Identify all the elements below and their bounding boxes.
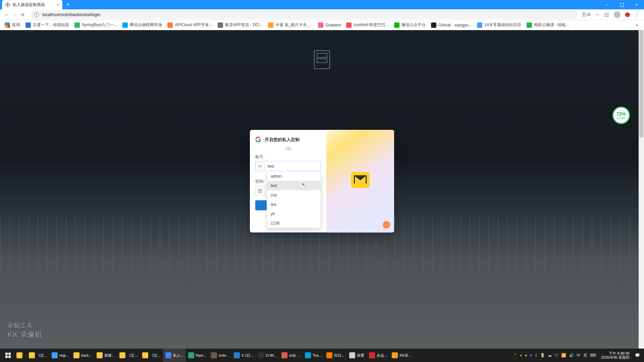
volume-icon[interactable]: 🔊 — [569, 353, 574, 358]
bookmark-label: 14天零基础玩转日语 — [484, 22, 521, 28]
url-field[interactable]: localhost/srdz/backendui/login — [30, 10, 578, 19]
bookmark-item[interactable]: 电影公嗨课 - 拍电... — [525, 22, 571, 28]
taskbar: 《定...regi...back...新建...《定...《定...私人...N… — [0, 349, 644, 362]
close-window-button[interactable]: ✕ — [629, 0, 644, 9]
bookmark-item[interactable]: Iconfont-阿里巴巴... — [344, 22, 391, 28]
chrome-menu-icon[interactable]: ⋮ — [635, 12, 639, 17]
battery-icon[interactable]: 🔋 — [540, 353, 545, 358]
password-key-icon[interactable]: ⚿ — [604, 12, 609, 17]
taskbar-item[interactable]: 《定... — [26, 349, 49, 362]
taskbar-item[interactable] — [14, 349, 26, 362]
performance-badge[interactable]: 72% ↓22.6K/s — [612, 107, 630, 124]
taskbar-item[interactable]: 《定... — [140, 349, 163, 362]
globe-icon — [5, 2, 10, 7]
tray-icon[interactable]: ● — [525, 353, 527, 358]
taskbar-item[interactable]: 设置 — [347, 349, 367, 362]
keyboard-icon[interactable]: ⌨ — [590, 353, 596, 358]
bookmark-item[interactable]: 14天零基础玩转日语 — [475, 22, 523, 28]
bookmarks-overflow-icon[interactable]: » — [636, 23, 641, 27]
bookmark-favicon — [74, 22, 80, 28]
scrollbar-thumb[interactable] — [639, 30, 643, 137]
autocomplete-option[interactable]: test↖ — [267, 181, 321, 190]
forward-button[interactable]: → — [11, 12, 19, 17]
bookmark-item[interactable]: SpringBoot入门一... — [72, 22, 119, 28]
taskbar-item[interactable]: regi... — [49, 349, 71, 362]
bookmark-item[interactable]: 卡通 鼠_图片大全_... — [266, 22, 315, 28]
autocomplete-option[interactable]: tea — [267, 200, 321, 209]
start-button[interactable] — [2, 353, 14, 358]
taskbar-app-icon — [52, 352, 58, 358]
bookmark-label: GitHub - xiangyu... — [438, 23, 472, 27]
bookmark-item[interactable]: 微信公众平台 — [392, 22, 428, 28]
bookmark-favicon — [218, 22, 223, 28]
bookmark-item[interactable]: APICloud APP开发... — [165, 22, 214, 28]
tray-icon[interactable]: ⌃ — [514, 353, 517, 358]
ime-icon[interactable]: 中 — [577, 353, 581, 358]
tray-icon[interactable]: ● — [520, 353, 522, 358]
taskbar-item[interactable]: 5.1日... — [231, 349, 256, 362]
google-icon — [255, 137, 261, 143]
proceed-button[interactable]: → — [383, 221, 390, 229]
tray-icon[interactable]: ● — [530, 353, 532, 358]
autocomplete-option[interactable]: cus — [267, 190, 321, 200]
tab-title: 私人旅游定制系统 — [13, 2, 45, 8]
profile-avatar-icon[interactable] — [614, 11, 621, 18]
taskbar-app-label: Navi... — [196, 353, 206, 357]
taskbar-item[interactable]: D:\M... — [256, 349, 279, 362]
taskbar-clock[interactable]: 下午 8:48:48 2020/4/30 星期四 — [598, 351, 632, 359]
back-button[interactable]: ← — [3, 12, 11, 17]
autocomplete-option[interactable]: admin — [267, 172, 321, 181]
taskbar-item[interactable]: KK录... — [389, 349, 414, 362]
bluetooth-icon[interactable]: ᛒ — [535, 353, 537, 358]
apps-shortcut[interactable]: 应用 — [3, 22, 22, 28]
taskbar-item[interactable]: Navi... — [186, 349, 209, 362]
site-info-icon[interactable] — [34, 12, 39, 17]
taskbar-item[interactable]: 新建... — [94, 349, 117, 362]
bookmark-label: 微信公众平台 — [401, 22, 426, 28]
bookmark-favicon — [268, 22, 273, 28]
new-tab-button[interactable]: + — [66, 2, 69, 8]
ime-mode-icon[interactable]: 英 — [583, 353, 587, 358]
taskbar-item[interactable]: back... — [71, 349, 94, 362]
bookmark-label: APICloud APP开发... — [175, 22, 212, 28]
security-icon[interactable]: 🛡 — [554, 353, 558, 358]
perf-value: 72 — [616, 111, 622, 117]
tab-close-icon[interactable]: × — [56, 2, 59, 7]
bookmark-item[interactable]: Grabient — [316, 22, 343, 28]
taskbar-item[interactable]: srdz ... — [279, 349, 303, 362]
mail-logo-icon — [351, 172, 370, 188]
login-button[interactable] — [255, 200, 267, 210]
bookmark-star-icon[interactable]: ☆ — [595, 12, 600, 17]
bookmark-item[interactable]: GitHub - xiangyu... — [429, 22, 474, 28]
recorder-watermark: 录制工具 KK 录像机 — [7, 322, 42, 340]
bookmark-item[interactable]: 腾讯云物联网市场 — [120, 22, 164, 28]
taskbar-item[interactable]: 永远... — [367, 349, 389, 362]
onedrive-icon[interactable]: ☁ — [548, 353, 552, 358]
taskbar-item[interactable]: 《定... — [117, 349, 140, 362]
account-input[interactable] — [265, 162, 321, 171]
browser-tab[interactable]: 私人旅游定制系统 × — [2, 0, 62, 9]
bookmark-label: 卡通 鼠_图片大全_... — [275, 22, 313, 28]
taskbar-item[interactable]: orde... — [209, 349, 231, 362]
taskbar-app-icon — [165, 352, 171, 358]
taskbar-app-icon — [392, 352, 398, 358]
vertical-scrollbar[interactable] — [639, 30, 644, 349]
translate-icon[interactable]: 文/A — [582, 12, 591, 18]
autocomplete-option[interactable]: yll — [267, 209, 321, 219]
taskbar-item[interactable]: 私人... — [163, 349, 186, 362]
apps-label: 应用 — [12, 22, 20, 28]
extension-icon[interactable] — [625, 12, 630, 17]
wifi-icon[interactable]: 📶 — [561, 353, 566, 358]
autocomplete-option[interactable]: 1236 — [267, 219, 321, 228]
notifications-icon[interactable]: 💬 — [635, 353, 640, 358]
taskbar-item[interactable]: 向日... — [324, 349, 347, 362]
minimize-button[interactable] — [600, 0, 614, 9]
reload-button[interactable]: ⟳ — [19, 12, 27, 17]
login-card: 开启您的私人定制 OR 账号: ✉ admintest↖custeayll123… — [250, 130, 394, 233]
taskbar-app-icon — [97, 352, 103, 358]
bookmark-item[interactable]: 教育APP首页 - DCl... — [216, 22, 265, 28]
taskbar-item[interactable]: Tea... — [303, 349, 324, 362]
maximize-button[interactable] — [614, 0, 629, 9]
taskbar-app-label: 设置 — [357, 353, 364, 358]
bookmark-item[interactable]: 百度一下，你就知道 — [23, 22, 71, 28]
